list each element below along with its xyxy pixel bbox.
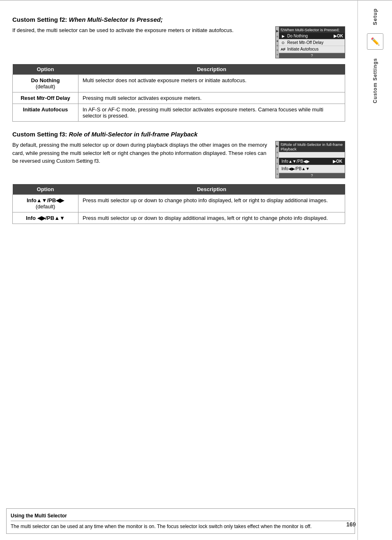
lcd-icon-1: ▶	[281, 34, 286, 38]
sidebar-setup-label: Setup	[372, 8, 378, 25]
lcd-f2-title: f2When Multi-Selector is Pressed;	[279, 27, 345, 33]
f3-table: Option Description Info▲▼/PB◀▶ (default)…	[12, 184, 345, 224]
sidebar-custom-label: Custom Settings	[372, 58, 378, 103]
lcd-icon-3: AF	[281, 47, 286, 51]
lcd-f3-dot-5	[277, 173, 278, 175]
lcd-f3-dot-1	[277, 152, 278, 153]
lcd-f3-row-2: Info◀▶/PB▲▼	[279, 165, 345, 173]
lcd-f2-row-1: ▶ Do Nothing ▶OK	[279, 33, 345, 39]
f2-lcd: ▶ f2When Multi-Selector is Pressed; ▶	[275, 26, 345, 58]
f3-table-col2: Description	[78, 184, 345, 195]
f2-heading: Custom Setting f2: When Multi-Selector I…	[12, 16, 345, 23]
lcd-f3-dot-3	[277, 163, 278, 164]
lcd-f3-text-1: Info▲▼/PB◀▶	[281, 159, 310, 164]
lcd-dot-1	[277, 36, 278, 37]
bottom-note: Using the Multi Selector The multi selec…	[6, 508, 355, 534]
lcd-f3-ok-1: ▶OK	[333, 159, 342, 164]
lcd-text-2: Reset Mtr-Off Delay	[287, 40, 323, 45]
lcd-dot-5	[277, 54, 278, 55]
f3-option-2: Info ◀▶/PB▲▼	[13, 212, 78, 224]
f3-table-col1: Option	[13, 184, 78, 195]
lcd-f3-question: ?	[279, 173, 345, 178]
f3-option-1: Info▲▼/PB◀▶ (default)	[13, 195, 78, 212]
lcd-f3-dot-2	[277, 157, 278, 159]
f2-option-3: Initiate Autofocus	[13, 104, 78, 122]
lcd-f3-title: f3Role of Multi-Selector in full-frame P…	[279, 141, 345, 152]
f2-section: Custom Setting f2: When Multi-Selector I…	[12, 16, 345, 122]
lcd-text-1: Do Nothing	[287, 34, 308, 38]
lcd-icon-2: ⊙	[281, 41, 286, 45]
table-row: Do Nothing (default) Multi selector does…	[13, 75, 345, 92]
lcd-f2-question: ?	[279, 53, 345, 58]
f2-option-1: Do Nothing (default)	[13, 75, 78, 92]
table-row: Info ◀▶/PB▲▼ Press multi selector up or …	[13, 212, 345, 224]
table-row: Reset Mtr-Off Delay Pressing multi selec…	[13, 92, 345, 104]
lcd-f3-left-arrow: ▶	[276, 144, 279, 148]
f2-desc-3: In AF-S or AF-C mode, pressing multi sel…	[78, 104, 345, 122]
lcd-f3-dot-4	[277, 168, 278, 170]
f3-desc-1: Press multi selector up or down to chang…	[78, 195, 345, 212]
f2-intro-text: If desired, the multi selector can be us…	[12, 26, 269, 35]
f2-desc-2: Pressing multi selector activates exposu…	[78, 92, 345, 104]
sidebar-pencil-icon: ✏️	[367, 33, 383, 50]
bottom-note-text: The multi selector can be used at any ti…	[11, 523, 350, 530]
lcd-left-arrow-icon: ▶	[276, 29, 279, 33]
f2-table: Option Description Do Nothing (default) …	[12, 64, 345, 122]
lcd-dot-3	[277, 45, 278, 46]
lcd-ok-1: ▶OK	[334, 34, 343, 38]
lcd-dot-2	[277, 40, 278, 42]
table-row: Initiate Autofocus In AF-S or AF-C mode,…	[13, 104, 345, 122]
lcd-f3-row-1: Info▲▼/PB◀▶ ▶OK	[279, 158, 345, 165]
lcd-f2-row-2: ⊙ Reset Mtr-Off Delay	[279, 39, 345, 46]
f2-table-col1: Option	[13, 64, 78, 75]
f2-option-2: Reset Mtr-Off Delay	[13, 92, 78, 104]
f3-section: Custom Setting f3: Role of Multi-Selecto…	[12, 131, 345, 224]
f3-lcd: ▶ f3Role of Multi-Selector in full-frame…	[275, 141, 345, 178]
lcd-f2-row-3: AF Initiate Autofocus	[279, 46, 345, 53]
f2-table-col2: Description	[78, 64, 345, 75]
lcd-dot-4	[277, 49, 278, 51]
sidebar: Setup ✏️ Custom Settings	[357, 0, 392, 540]
f3-desc-2: Press multi selector up or down to displ…	[78, 212, 345, 224]
lcd-text-3: Initiate Autofocus	[287, 47, 318, 51]
table-row: Info▲▼/PB◀▶ (default) Press multi select…	[13, 195, 345, 212]
f3-heading: Custom Setting f3: Role of Multi-Selecto…	[12, 131, 345, 138]
bottom-note-title: Using the Multi Selector	[11, 512, 350, 521]
f3-intro-text: By default, pressing the multi selector …	[12, 141, 269, 165]
lcd-f3-text-2: Info◀▶/PB▲▼	[281, 166, 310, 171]
f2-desc-1: Multi selector does not activate exposur…	[78, 75, 345, 92]
